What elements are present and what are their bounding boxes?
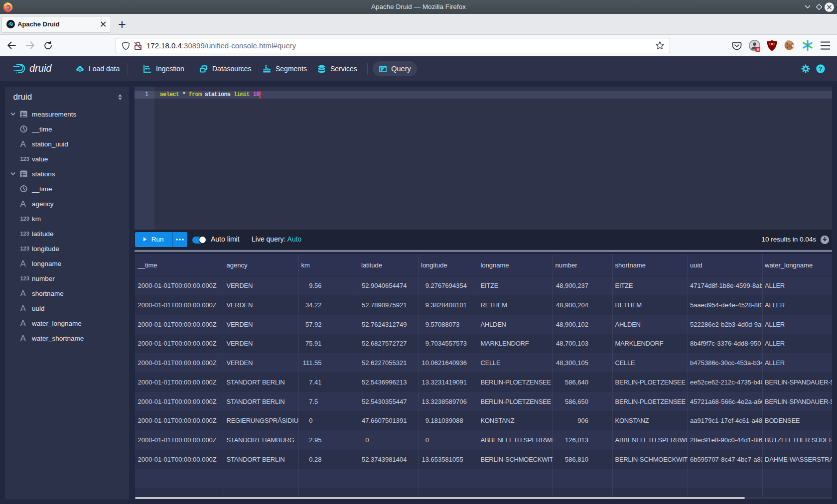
svg-text:UO: UO [769,42,775,46]
svg-text:?: ? [819,66,822,72]
